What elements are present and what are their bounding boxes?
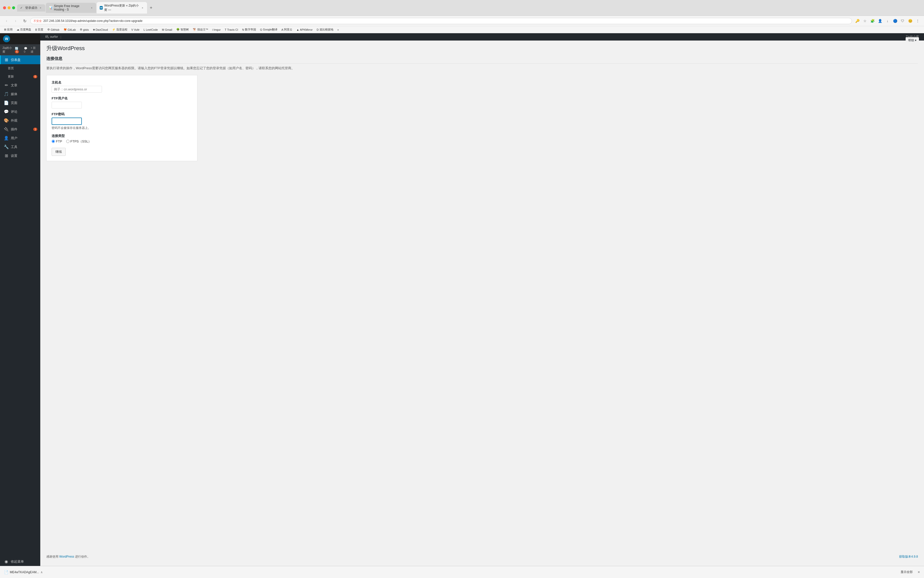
bookmark-baidu-disk[interactable]: ☁百度网盘: [16, 27, 32, 32]
account-icon[interactable]: 🔵: [892, 18, 898, 24]
connection-info-section: 连接信息 要执行请求的操作，WordPress需要访问您网页服务器的权限。请输入…: [46, 56, 918, 161]
sidebar-item-dashboard[interactable]: ⊞ 仪表盘: [0, 55, 40, 64]
submit-button[interactable]: 继续: [52, 148, 66, 156]
sidebar-item-collapse[interactable]: ◉ 收起菜单: [0, 557, 40, 566]
updates-badge-sidebar: 6: [33, 75, 37, 78]
toolbar-icons: 🔑 ☆ 🧩 👤 ↓ 🔵 🛡 😊 ⋮: [854, 18, 921, 24]
tab-login[interactable]: ✓ 登录成功 ×: [17, 4, 45, 11]
download-expand: 显示全部 ×: [898, 569, 920, 575]
browser-content: W Zip的小窝 🔄 6 💬 0 + 新建: [0, 33, 924, 578]
show-all-button[interactable]: 显示全部: [898, 569, 915, 575]
connection-type-label: 连接类型: [52, 134, 192, 138]
refresh-button[interactable]: ↻: [21, 17, 28, 24]
footer-wp-link[interactable]: WordPress: [59, 555, 74, 559]
back-button[interactable]: ‹: [3, 17, 10, 24]
sidebar-item-users[interactable]: 👤 用户: [0, 134, 40, 143]
bookmark-google-translate[interactable]: GGoogle翻译: [259, 27, 278, 32]
bookmark-aliyun[interactable]: A阿里云: [281, 27, 293, 32]
expand-chevron[interactable]: ∧: [41, 570, 43, 574]
sidebar-item-media[interactable]: 🎵 媒体: [0, 89, 40, 98]
shield-icon[interactable]: 🛡: [899, 18, 906, 24]
sidebar-item-appearance[interactable]: 🎨 外观: [0, 116, 40, 125]
footer-version-link[interactable]: 获取版本4.9.8: [899, 555, 918, 559]
tab-title: Simple Free Image Hosting - S: [54, 4, 89, 11]
tabs-bar: ✓ 登录成功 × 📊 Simple Free Image Hosting - S…: [17, 2, 921, 14]
tab-favicon: ✓: [20, 6, 24, 10]
bookmark-daobigen[interactable]: D道比根据地: [316, 27, 335, 32]
new-item[interactable]: + 新建: [31, 46, 38, 54]
minimize-button[interactable]: [8, 6, 11, 9]
bookmarks-bar: ⊞应用 ☁百度网盘 B百度 ⚙GitHub 🦊GitLab ⚙gists ◈Da…: [0, 26, 924, 33]
bookmark-digital[interactable]: N数字帝国: [241, 27, 257, 32]
sidebar-item-home[interactable]: 首页: [0, 64, 40, 73]
posts-icon: ✏: [4, 83, 9, 88]
maximize-button[interactable]: [12, 6, 15, 9]
site-name[interactable]: Zip的小窝: [3, 46, 13, 54]
sidebar-item-posts[interactable]: ✏ 文章: [0, 81, 40, 89]
ftp-user-input[interactable]: [52, 102, 82, 109]
download-icon[interactable]: ↓: [884, 18, 891, 24]
address-text: 207.246.108.54:1018/wp-admin/update-core…: [43, 19, 849, 23]
sidebar-label-updates: 更新: [8, 75, 14, 79]
sidebar-item-updates[interactable]: 更新 6: [0, 73, 40, 81]
tab-close-icon[interactable]: ×: [141, 6, 144, 10]
tab-wordpress[interactable]: W WordPress更新 « Zip的小窝 — ×: [97, 2, 147, 14]
bookmark-apkmirror[interactable]: ▲APKMirror: [296, 28, 314, 32]
sidebar-item-settings[interactable]: ⊞ 设置: [0, 151, 40, 160]
close-button[interactable]: [3, 6, 6, 9]
tab-close-icon[interactable]: ×: [90, 6, 93, 10]
sidebar-item-pages[interactable]: 📄 页面: [0, 98, 40, 107]
bookmark-gists[interactable]: ⚙gists: [79, 28, 90, 32]
address-bar[interactable]: 不安全 207.246.108.54:1018/wp-admin/update-…: [30, 18, 852, 24]
bookmark-leetcode[interactable]: LLeetCode: [143, 28, 159, 32]
sidebar-label-settings: 设置: [11, 154, 17, 158]
bookmark-apps[interactable]: ⊞应用: [3, 27, 14, 32]
radio-ftps-input[interactable]: [66, 140, 70, 143]
browser-titlebar: ✓ 登录成功 × 📊 Simple Free Image Hosting - S…: [0, 0, 924, 16]
bookmark-imgur[interactable]: iImgur: [211, 28, 222, 32]
bookmark-zhihushu[interactable]: 🌳智慧树: [175, 27, 190, 32]
hostname-input[interactable]: [52, 86, 102, 93]
bookmark-baidu[interactable]: B百度: [34, 27, 44, 32]
bookmark-vultr[interactable]: VVultr: [130, 28, 141, 32]
avatar-icon[interactable]: 😊: [907, 18, 913, 24]
description-text: 要执行请求的操作，WordPress需要访问您网页服务器的权限。请输入您的FTP…: [46, 66, 918, 71]
bookmark-xunlei[interactable]: ⚡迅雷远程: [111, 27, 128, 32]
extension-icon[interactable]: 🧩: [869, 18, 876, 24]
help-button[interactable]: 帮助 ▾: [906, 37, 919, 44]
updates-badge[interactable]: 🔄 6: [15, 47, 22, 53]
wp-sidebar: W Zip的小窝 🔄 6 💬 0 + 新建: [0, 33, 40, 566]
star-icon[interactable]: ☆: [862, 18, 868, 24]
radio-ftp[interactable]: FTP: [52, 140, 62, 143]
bookmark-gmail[interactable]: MGmail: [161, 28, 173, 32]
ftp-password-label: FTP密码: [52, 112, 192, 117]
radio-ftps[interactable]: FTPS（SSL）: [66, 139, 92, 144]
wp-admin: W Zip的小窝 🔄 6 💬 0 + 新建: [0, 33, 924, 566]
bookmark-travis[interactable]: TTravis CI: [224, 28, 239, 32]
connection-form: 主机名 FTP用户名 FTP密码 密码不会被保存在服务器上。: [46, 75, 197, 161]
key-icon[interactable]: 🔑: [854, 18, 861, 24]
sidebar-item-tools[interactable]: 🔧 工具: [0, 143, 40, 151]
sidebar-item-plugins[interactable]: 🔌 插件 1: [0, 125, 40, 134]
radio-ftp-input[interactable]: [52, 140, 55, 143]
bookmark-github[interactable]: ⚙GitHub: [46, 28, 60, 32]
sidebar-label-users: 用户: [11, 136, 17, 140]
bookmark-qiangpo[interactable]: 🐕强迫汪™: [192, 27, 209, 32]
tools-icon: 🔧: [4, 144, 9, 149]
sidebar-logo-area: W: [0, 33, 40, 45]
forward-button[interactable]: ›: [12, 17, 19, 24]
download-close-button[interactable]: ×: [918, 570, 920, 575]
new-tab-button[interactable]: +: [148, 4, 154, 11]
ftp-password-field: FTP密码 密码不会被保存在服务器上。: [52, 112, 192, 130]
menu-icon[interactable]: ⋮: [914, 18, 921, 24]
tab-close-icon[interactable]: ×: [39, 6, 42, 10]
profile-icon[interactable]: 👤: [877, 18, 883, 24]
ftp-password-input[interactable]: [52, 118, 82, 125]
wp-footer: 感谢使用 WordPress 进行创作。 获取版本4.9.8: [46, 550, 918, 561]
bookmark-gitlab[interactable]: 🦊GitLab: [62, 28, 77, 32]
comments-badge[interactable]: 💬 0: [24, 47, 29, 53]
tab-image-hosting[interactable]: 📊 Simple Free Image Hosting - S ×: [46, 3, 96, 13]
sidebar-item-comments[interactable]: 💬 评论: [0, 107, 40, 116]
bookmark-daocloud[interactable]: ◈DaoCloud: [92, 28, 109, 32]
bookmark-more[interactable]: »: [336, 28, 340, 32]
